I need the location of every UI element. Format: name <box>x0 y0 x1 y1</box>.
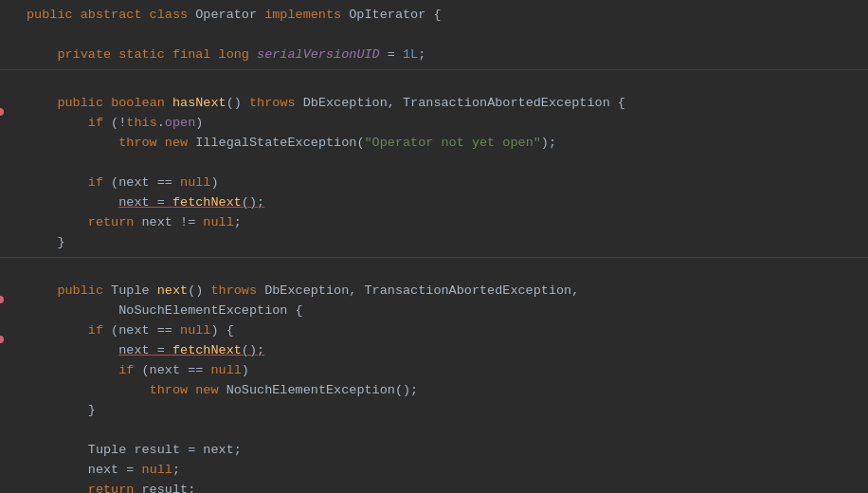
code-line-blank1 <box>0 26 868 46</box>
code-text-5: throw new IllegalStateException("Operato… <box>27 134 859 154</box>
code-text-18: next = null; <box>27 461 859 481</box>
code-line-13: next = fetchNext(); <box>0 341 868 361</box>
code-line-12: if (next == null) { <box>0 321 868 341</box>
code-line-blank4 <box>0 262 868 282</box>
separator-1 <box>0 69 868 70</box>
code-text-7: next = fetchNext(); <box>27 193 859 213</box>
code-text-8: return next != null; <box>27 213 859 233</box>
code-line-10: public Tuple next() throws DbException, … <box>0 282 868 301</box>
code-line-9: } <box>0 233 868 253</box>
code-line-2: private static final long serialVersionU… <box>0 46 868 65</box>
code-line-1: public abstract class Operator implement… <box>0 6 868 26</box>
code-line-6: if (next == null) <box>0 173 868 193</box>
code-text-14: if (next == null) <box>27 361 859 381</box>
separator-2 <box>0 257 868 258</box>
code-line-blank3 <box>0 154 868 173</box>
code-text-2: private static final long serialVersionU… <box>27 46 859 65</box>
code-line-19: return result; <box>0 481 868 493</box>
code-line-18: next = null; <box>0 461 868 481</box>
code-editor: public abstract class Operator implement… <box>0 0 868 493</box>
code-text-b5 <box>27 421 859 441</box>
code-text-b1 <box>27 26 859 46</box>
code-line-8: return next != null; <box>0 213 868 233</box>
code-text-19: return result; <box>27 481 859 493</box>
code-text-9: } <box>27 233 859 253</box>
code-line-blank5 <box>0 421 868 441</box>
code-text-4: if (!this.open) <box>27 114 859 134</box>
code-line-17: Tuple result = next; <box>0 441 868 461</box>
code-text-17: Tuple result = next; <box>27 441 859 461</box>
code-line-16: } <box>0 401 868 421</box>
code-text-b4 <box>27 262 859 282</box>
code-line-blank2 <box>0 74 868 94</box>
code-line-11: NoSuchElementException { <box>0 301 868 321</box>
code-text-6: if (next == null) <box>27 173 859 193</box>
code-line-15: throw new NoSuchElementException(); <box>0 381 868 401</box>
code-line-14: if (next == null) <box>0 361 868 381</box>
code-line-7: next = fetchNext(); <box>0 193 868 213</box>
code-text-10: public Tuple next() throws DbException, … <box>27 282 859 301</box>
code-line-3: public boolean hasNext() throws DbExcept… <box>0 94 868 114</box>
code-text-12: if (next == null) { <box>27 321 859 341</box>
code-line-5: throw new IllegalStateException("Operato… <box>0 134 868 154</box>
code-text-1: public abstract class Operator implement… <box>27 6 859 26</box>
code-text-13: next = fetchNext(); <box>27 341 859 361</box>
code-text-11: NoSuchElementException { <box>27 301 859 321</box>
code-text-3: public boolean hasNext() throws DbExcept… <box>27 94 859 114</box>
code-text-b2 <box>27 74 859 94</box>
code-text-15: throw new NoSuchElementException(); <box>27 381 859 401</box>
code-text-16: } <box>27 401 859 421</box>
code-text-b3 <box>27 154 859 173</box>
code-line-4: if (!this.open) <box>0 114 868 134</box>
